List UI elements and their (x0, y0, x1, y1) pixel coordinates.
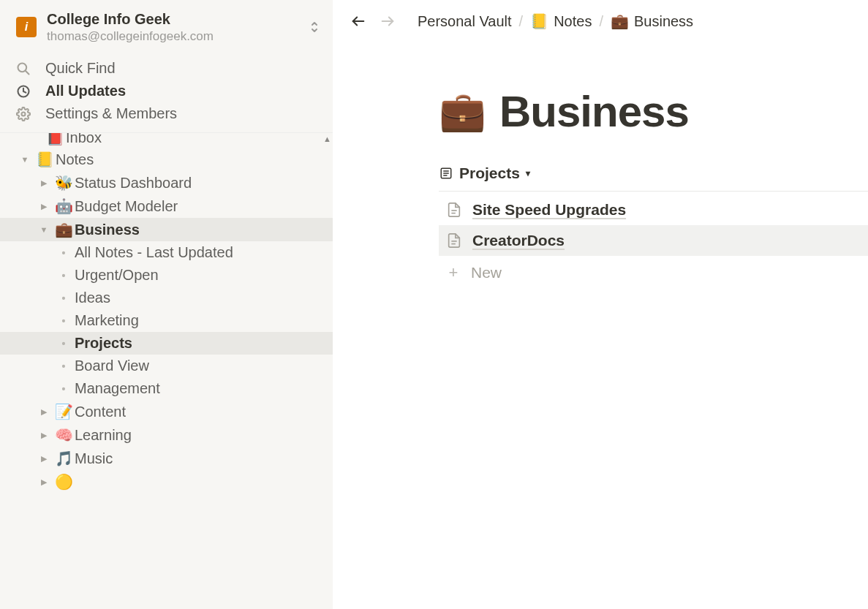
page-icon (446, 202, 462, 218)
sidebar-item-board-view[interactable]: • Board View (0, 355, 333, 377)
crumb-personal-vault-label: Personal Vault (418, 13, 512, 30)
main-content: Personal Vault / 📒 Notes / 💼 Business 💼 … (333, 0, 868, 609)
sidebar-item-status-dashboard[interactable]: ▶ 🐝 Status Dashboard (0, 171, 333, 194)
page-body: 💼 Business Projects ▾ Site Speed Upgrade… (439, 42, 868, 290)
page-icon (446, 232, 462, 249)
new-label: New (471, 264, 502, 281)
chevron-right-icon[interactable]: ▶ (35, 407, 53, 417)
sidebar-item-partial[interactable]: ▶ 🟡 (0, 470, 333, 493)
chevron-down-icon[interactable]: ▼ (35, 225, 53, 234)
chevron-right-icon[interactable]: ▶ (35, 431, 53, 440)
view-selector[interactable]: Projects ▾ (439, 164, 868, 192)
sidebar: i College Info Geek thomas@collegeinfoge… (0, 0, 333, 609)
workspace-switcher[interactable]: i College Info Geek thomas@collegeinfoge… (0, 0, 333, 54)
page-title[interactable]: Business (499, 86, 689, 137)
gear-icon (16, 107, 37, 121)
ideas-label: Ideas (75, 290, 110, 306)
sidebar-item-urgent[interactable]: • Urgent/Open (0, 264, 333, 287)
breadcrumb-separator: / (519, 13, 524, 30)
notes-label: Notes (56, 151, 94, 168)
chevron-right-icon[interactable]: ▶ (35, 202, 53, 211)
brain-icon: 🧠 (53, 426, 75, 444)
nav-forward-button[interactable] (377, 10, 399, 32)
bullet-icon: • (53, 383, 75, 395)
business-label: Business (75, 222, 140, 238)
expand-collapse-icon[interactable] (309, 20, 320, 34)
inbox-label: Inbox (66, 133, 102, 146)
chevron-right-icon[interactable]: ▶ (35, 178, 53, 188)
sidebar-item-budget-modeler[interactable]: ▶ 🤖 Budget Modeler (0, 194, 333, 218)
bullet-icon: • (53, 338, 75, 349)
sidebar-item-ideas[interactable]: • Ideas (0, 287, 333, 309)
search-icon (16, 61, 37, 76)
list-item-creator-docs[interactable]: CreatorDocs (439, 225, 868, 256)
svg-point-3 (22, 112, 26, 116)
crumb-business-label: Business (634, 13, 693, 30)
budget-modeler-label: Budget Modeler (75, 198, 178, 215)
nav-back-button[interactable] (347, 10, 369, 32)
bullet-icon: • (53, 247, 75, 259)
view-label: Projects (459, 164, 520, 182)
quick-find-button[interactable]: Quick Find (0, 57, 333, 80)
sidebar-item-management[interactable]: • Management (0, 377, 333, 400)
workspace-logo: i (16, 17, 37, 37)
projects-label: Projects (75, 335, 132, 352)
list-icon (439, 166, 453, 181)
workspace-title: College Info Geek (47, 10, 309, 28)
sidebar-item-content[interactable]: ▶ 📝 Content (0, 400, 333, 423)
learning-label: Learning (75, 427, 132, 444)
crumb-notes-label: Notes (554, 13, 592, 30)
plus-icon: + (446, 263, 461, 282)
content-list: Site Speed Upgrades CreatorDocs + New (439, 194, 868, 290)
workspace-email: thomas@collegeinfogeek.com (47, 29, 309, 44)
all-notes-label: All Notes - Last Updated (75, 244, 233, 261)
page-tree[interactable]: ▲ 📕 Inbox ▼ 📒 Notes ▶ 🐝 Status Dashboard… (0, 133, 333, 609)
all-updates-label: All Updates (45, 83, 126, 99)
sidebar-item-notes[interactable]: ▼ 📒 Notes (0, 148, 333, 171)
bee-icon: 🐝 (53, 174, 75, 192)
sidebar-item-music[interactable]: ▶ 🎵 Music (0, 447, 333, 470)
robot-icon: 🤖 (53, 197, 75, 215)
page-icon[interactable]: 💼 (439, 89, 486, 134)
briefcase-icon: 💼 (53, 221, 75, 238)
bullet-icon: • (53, 292, 75, 304)
music-label: Music (75, 450, 113, 467)
breadcrumb-separator: / (599, 13, 603, 30)
board-view-label: Board View (75, 358, 149, 374)
inbox-icon: 📕 (44, 133, 66, 146)
sidebar-item-learning[interactable]: ▶ 🧠 Learning (0, 423, 333, 447)
scroll-up-arrow-icon: ▲ (323, 135, 331, 143)
marketing-label: Marketing (75, 312, 139, 329)
page-title-row: 💼 Business (439, 86, 868, 137)
crumb-business[interactable]: 💼 Business (611, 12, 693, 30)
quick-find-label: Quick Find (45, 60, 116, 77)
breadcrumb: Personal Vault / 📒 Notes / 💼 Business (333, 0, 868, 42)
list-item-label: Site Speed Upgrades (472, 201, 626, 219)
content-label: Content (75, 404, 126, 420)
sidebar-item-marketing[interactable]: • Marketing (0, 309, 333, 332)
all-updates-button[interactable]: All Updates (0, 80, 333, 102)
notes-icon: 📒 (34, 151, 56, 168)
urgent-label: Urgent/Open (75, 267, 159, 284)
chevron-right-icon[interactable]: ▶ (35, 454, 53, 464)
chevron-right-icon[interactable]: ▶ (35, 477, 53, 487)
crumb-notes[interactable]: 📒 Notes (530, 12, 592, 30)
settings-button[interactable]: Settings & Members (0, 102, 333, 125)
chevron-down-icon[interactable]: ▼ (16, 155, 34, 164)
sidebar-item-inbox[interactable]: 📕 Inbox (0, 133, 333, 148)
briefcase-icon: 💼 (611, 12, 629, 30)
settings-label: Settings & Members (45, 105, 177, 122)
bullet-icon: • (53, 360, 75, 372)
new-item-button[interactable]: + New (439, 256, 868, 290)
sidebar-item-business[interactable]: ▼ 💼 Business (0, 218, 333, 241)
chevron-down-icon: ▾ (526, 168, 530, 178)
list-item-site-speed[interactable]: Site Speed Upgrades (439, 194, 868, 225)
crumb-personal-vault[interactable]: Personal Vault (418, 13, 512, 30)
bullet-icon: • (53, 270, 75, 281)
unknown-icon: 🟡 (53, 473, 75, 491)
sidebar-item-projects[interactable]: • Projects (0, 332, 333, 355)
clock-icon (16, 84, 37, 99)
list-item-label: CreatorDocs (472, 232, 565, 249)
top-nav: Quick Find All Updates Settings & Member… (0, 54, 333, 133)
sidebar-item-all-notes[interactable]: • All Notes - Last Updated (0, 241, 333, 264)
